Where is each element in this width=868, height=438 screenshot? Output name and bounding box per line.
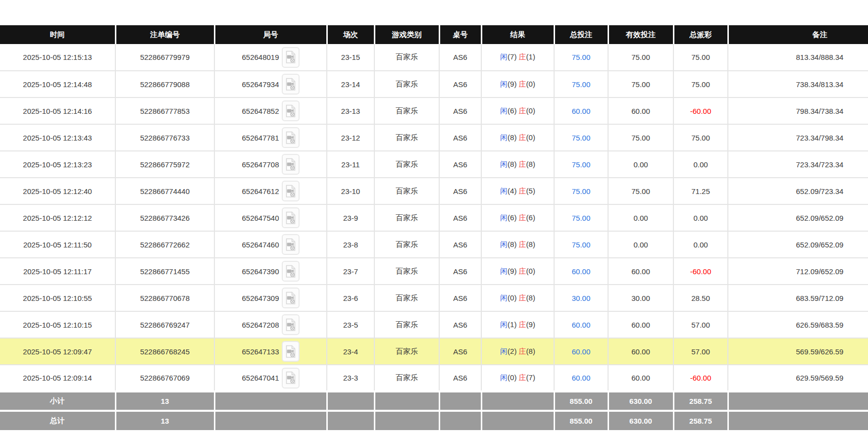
banker-result-label: 庄 (519, 213, 526, 222)
cell-result: 闲(6) 庄(6) (481, 204, 554, 231)
cell-time: 2025-10-05 12:11:50 (0, 231, 115, 258)
video-replay-button[interactable] (282, 181, 300, 201)
cell-valid-bet: 0.00 (608, 151, 673, 178)
cell-round-number: 652647208 (214, 311, 327, 338)
video-replay-button[interactable] (282, 154, 300, 175)
video-replay-button[interactable] (282, 234, 300, 255)
cell-total-bet: 75.00 (554, 151, 608, 178)
top-whitespace (0, 0, 868, 25)
video-replay-button[interactable] (282, 100, 300, 121)
cell-remark: 569.59/626.59 (728, 338, 868, 365)
cell-game-type: 百家乐 (374, 44, 439, 71)
cell-valid-bet: 75.00 (608, 124, 673, 151)
player-result-label: 闲 (500, 213, 508, 222)
cell-result: 闲(9) 庄(0) (481, 258, 554, 285)
table-row: 2025-10-05 12:11:17 522866771455 6526473… (0, 258, 868, 285)
cell-result: 闲(2) 庄(8) (481, 338, 554, 365)
cell-total-bet: 60.00 (554, 311, 608, 338)
video-replay-button[interactable] (282, 74, 300, 95)
cell-round-number: 652647133 (214, 338, 327, 365)
cell-bet-number: 522866771455 (115, 258, 214, 285)
banker-result-label: 庄 (519, 187, 526, 195)
cell-payout: 57.00 (673, 338, 728, 365)
cell-total-bet: 75.00 (554, 124, 608, 151)
cell-table-number: AS6 (439, 151, 481, 178)
cell-total-bet: 75.00 (554, 231, 608, 258)
cell-valid-bet: 0.00 (608, 204, 673, 231)
banker-result-value: (0) (526, 80, 535, 88)
cell-round-number: 652647781 (214, 124, 327, 151)
cell-valid-bet: 60.00 (608, 365, 673, 391)
player-result-value: (8) (508, 240, 516, 248)
cell-payout: 57.00 (673, 311, 728, 338)
table-summary: 小计 13 855.00 630.00 258.75 总计 13 (0, 391, 868, 430)
cell-round-number: 652647460 (214, 231, 327, 258)
table-row: 2025-10-05 12:15:13 522866779979 6526480… (0, 44, 868, 71)
player-result-label: 闲 (500, 320, 508, 329)
cell-round-number: 652647041 (214, 365, 327, 391)
banker-result-label: 庄 (519, 267, 526, 275)
cell-session: 23-13 (327, 97, 374, 124)
cell-remark: 629.59/569.59 (728, 365, 868, 391)
cell-session: 23-8 (327, 231, 374, 258)
video-replay-icon (285, 158, 297, 171)
cell-time: 2025-10-05 12:10:55 (0, 285, 115, 311)
cell-bet-number: 522866774440 (115, 178, 214, 204)
video-replay-icon (285, 345, 297, 358)
banker-result-label: 庄 (519, 320, 526, 329)
video-replay-icon (285, 265, 297, 278)
banker-result-label: 庄 (519, 373, 526, 382)
cell-table-number: AS6 (439, 71, 481, 97)
banker-result-value: (7) (526, 373, 535, 382)
banker-result-label: 庄 (519, 160, 526, 168)
table-row: 2025-10-05 12:13:23 522866775972 6526477… (0, 151, 868, 178)
column-header-session: 场次 (327, 25, 374, 44)
cell-round-number: 652647309 (214, 285, 327, 311)
banker-result-label: 庄 (519, 80, 526, 88)
table-row: 2025-10-05 12:11:50 522866772662 6526474… (0, 231, 868, 258)
cell-round-number: 652647612 (214, 178, 327, 204)
video-replay-button[interactable] (282, 127, 300, 148)
banker-result-value: (1) (526, 52, 535, 61)
cell-total-bet: 75.00 (554, 71, 608, 97)
banker-result-value: (8) (526, 160, 535, 168)
cell-payout: 28.50 (673, 285, 728, 311)
cell-game-type: 百家乐 (374, 178, 439, 204)
cell-session: 23-12 (327, 124, 374, 151)
video-replay-button[interactable] (282, 288, 300, 308)
player-result-label: 闲 (500, 80, 508, 88)
cell-game-type: 百家乐 (374, 285, 439, 311)
cell-valid-bet: 30.00 (608, 285, 673, 311)
cell-table-number: AS6 (439, 338, 481, 365)
video-replay-button[interactable] (282, 47, 300, 68)
cell-game-type: 百家乐 (374, 338, 439, 365)
player-result-value: (1) (508, 320, 516, 329)
cell-time: 2025-10-05 12:12:12 (0, 204, 115, 231)
cell-table-number: AS6 (439, 124, 481, 151)
cell-total-bet: 60.00 (554, 338, 608, 365)
cell-session: 23-6 (327, 285, 374, 311)
cell-table-number: AS6 (439, 97, 481, 124)
video-replay-button[interactable] (282, 207, 300, 228)
cell-time: 2025-10-05 12:13:23 (0, 151, 115, 178)
cell-valid-bet: 60.00 (608, 258, 673, 285)
video-replay-button[interactable] (282, 314, 300, 335)
banker-result-value: (0) (526, 106, 535, 115)
cell-valid-bet: 75.00 (608, 44, 673, 71)
cell-remark: 712.09/652.09 (728, 258, 868, 285)
subtotal-payout: 258.75 (673, 391, 728, 411)
subtotal-row: 小计 13 855.00 630.00 258.75 (0, 391, 868, 411)
video-replay-icon (285, 238, 297, 251)
video-replay-button[interactable] (282, 261, 300, 282)
cell-valid-bet: 60.00 (608, 338, 673, 365)
player-result-label: 闲 (500, 187, 508, 195)
column-header-result: 结果 (481, 25, 554, 44)
cell-remark: 723.34/798.34 (728, 124, 868, 151)
video-replay-icon (285, 211, 297, 225)
cell-remark: 738.34/813.34 (728, 71, 868, 97)
cell-payout: 75.00 (673, 71, 728, 97)
video-replay-button[interactable] (282, 368, 300, 389)
video-replay-button[interactable] (282, 341, 300, 362)
player-result-value: (6) (508, 106, 516, 115)
banker-result-value: (9) (526, 320, 535, 329)
